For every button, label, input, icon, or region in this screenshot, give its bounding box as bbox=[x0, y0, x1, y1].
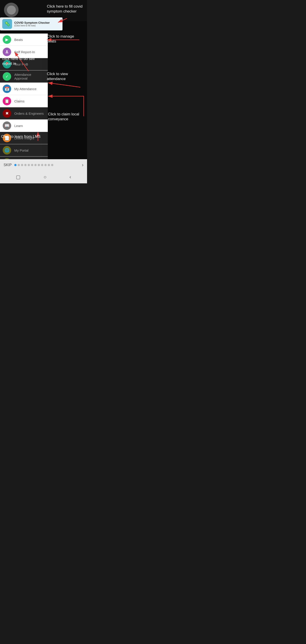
annotation-covid: Click here to fill covid symptom checker bbox=[47, 4, 83, 14]
annotation-learn: Click to learn from LMS bbox=[1, 134, 41, 139]
dot-3[interactable] bbox=[21, 164, 23, 166]
dot-6[interactable] bbox=[31, 164, 33, 166]
dots-container bbox=[14, 164, 80, 166]
attendance-approval-label: Attendance Approval bbox=[14, 73, 45, 80]
menu-item-claims[interactable]: 📋 Claims bbox=[0, 95, 48, 107]
my-attendance-icon: 📅 bbox=[3, 84, 11, 93]
annotation-attendance-text: Click to view attendance bbox=[47, 72, 68, 81]
next-arrow-button[interactable]: › bbox=[82, 162, 83, 168]
dot-7[interactable] bbox=[34, 164, 37, 166]
beats-icon: ▶ bbox=[3, 35, 11, 44]
annotation-attendance: Click to view attendance bbox=[47, 72, 85, 82]
dot-10[interactable] bbox=[44, 164, 47, 166]
covid-emoji: 🦠 bbox=[4, 21, 10, 27]
menu-item-learn[interactable]: 📖 Learn bbox=[0, 120, 48, 132]
menu-item-my-portal[interactable]: 🌐 My Portal bbox=[0, 144, 48, 156]
covid-title: COVID Symptom Checker bbox=[14, 21, 50, 24]
nav-circle-button[interactable]: ○ bbox=[43, 174, 46, 180]
annotation-covid-text: Click here to fill covid symptom checker bbox=[47, 4, 83, 14]
covid-icon: 🦠 bbox=[2, 19, 12, 29]
orders-engineers-icon: ✖ bbox=[3, 109, 11, 118]
dot-2[interactable] bbox=[18, 164, 20, 166]
svg-point-0 bbox=[6, 50, 8, 52]
avatar-silhouette bbox=[7, 6, 16, 14]
annotation-self-report-text: click here to do self report in bbox=[2, 56, 35, 66]
dot-4[interactable] bbox=[24, 164, 26, 166]
covid-text-block: COVID Symptom Checker (Click here to fil… bbox=[14, 21, 50, 27]
menu-item-attendance-approval[interactable]: ✓ Attendance Approval bbox=[0, 70, 48, 83]
bottom-nav: ▢ ○ ‹ bbox=[0, 171, 87, 183]
nav-square-button[interactable]: ▢ bbox=[16, 174, 20, 180]
self-report-icon bbox=[3, 48, 11, 56]
nav-back-button[interactable]: ‹ bbox=[69, 174, 71, 180]
annotation-self-report: click here to do self report in bbox=[2, 56, 42, 66]
annotation-beats: Click to manage beats bbox=[47, 34, 83, 44]
claims-label: Claims bbox=[14, 99, 24, 103]
orders-engineers-label: Orders & Engineers bbox=[14, 112, 44, 116]
avatar bbox=[4, 3, 18, 17]
menu-item-orders-engineers[interactable]: ✖ Orders & Engineers bbox=[0, 107, 48, 120]
annotation-learn-text: Click to learn from LMS bbox=[1, 134, 41, 139]
covid-subtitle: (Click here to fill now) bbox=[14, 24, 50, 27]
dot-9[interactable] bbox=[41, 164, 43, 166]
self-report-label: Self Report-In bbox=[14, 50, 35, 54]
dot-11[interactable] bbox=[48, 164, 50, 166]
skip-button[interactable]: SKIP bbox=[3, 163, 12, 167]
my-portal-label: My Portal bbox=[14, 148, 28, 152]
claims-icon: 📋 bbox=[3, 97, 11, 105]
covid-banner[interactable]: 🦠 COVID Symptom Checker (Click here to f… bbox=[0, 18, 62, 30]
dot-1[interactable] bbox=[14, 164, 16, 166]
annotation-beats-text: Click to manage beats bbox=[47, 34, 74, 44]
menu-list: ▶ Beats Self Report-In 📍 Tour PoB ✓ Atte… bbox=[0, 34, 48, 169]
annotation-claims: Click to claim local conveyance bbox=[48, 112, 86, 122]
screen-container: 🦠 COVID Symptom Checker (Click here to f… bbox=[0, 0, 87, 183]
attendance-approval-icon: ✓ bbox=[3, 72, 11, 81]
menu-item-beats[interactable]: ▶ Beats bbox=[0, 34, 48, 46]
my-portal-icon: 🌐 bbox=[3, 146, 11, 154]
learn-label: Learn bbox=[14, 124, 23, 128]
my-attendance-label: My Attendance bbox=[14, 87, 36, 91]
pagination-bar: SKIP › bbox=[0, 159, 87, 171]
menu-item-my-attendance[interactable]: 📅 My Attendance bbox=[0, 83, 48, 95]
annotation-claims-text: Click to claim local conveyance bbox=[48, 112, 79, 121]
beats-label: Beats bbox=[14, 38, 23, 42]
dot-8[interactable] bbox=[38, 164, 40, 166]
dot-5[interactable] bbox=[28, 164, 30, 166]
learn-icon: 📖 bbox=[3, 122, 11, 130]
dot-12[interactable] bbox=[51, 164, 53, 166]
